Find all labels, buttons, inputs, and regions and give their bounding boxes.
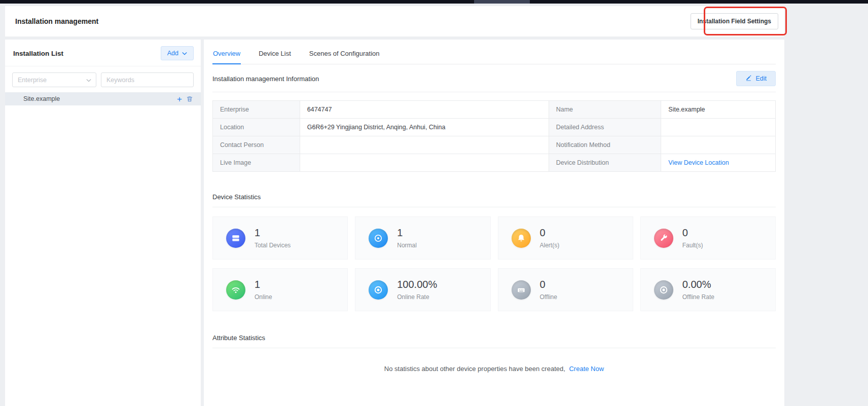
info-label: Device Distribution: [549, 154, 661, 172]
installation-field-settings-button[interactable]: Installation Field Settings: [691, 13, 778, 29]
total-devices-icon: [226, 229, 245, 248]
stat-card-online: 1 Online: [212, 268, 348, 311]
stat-label: Online Rate: [397, 293, 437, 301]
trash-icon[interactable]: [185, 95, 194, 102]
stat-card-offline: 0 Offline: [498, 268, 633, 311]
info-value: [661, 119, 776, 136]
info-value: [300, 136, 549, 154]
device-statistics-title: Device Statistics: [212, 193, 261, 201]
stat-value: 1: [255, 279, 272, 290]
tab-device-list[interactable]: Device List: [258, 47, 292, 64]
tab-overview[interactable]: Overview: [212, 47, 241, 64]
stat-value: 1: [255, 227, 291, 239]
stat-label: Offline Rate: [682, 293, 714, 301]
info-value: G6R6+29 Yingjiang District, Anqing, Anhu…: [300, 119, 549, 136]
online-rate-icon: [369, 280, 388, 300]
main-panel: Overview Device List Scenes of Configura…: [204, 40, 784, 406]
stat-value: 0: [540, 227, 560, 239]
device-statistics-header: Device Statistics: [212, 193, 776, 207]
info-section-title: Installation management Information: [212, 75, 319, 83]
table-row: Live Image Device Distribution View Devi…: [213, 154, 776, 172]
page-header: Installation management Installation Fie…: [5, 6, 784, 36]
faults-icon: [654, 229, 673, 248]
info-label: Location: [213, 119, 300, 136]
stat-card-normal: 1 Normal: [355, 216, 490, 260]
info-value: [661, 136, 776, 154]
enterprise-select[interactable]: Enterprise: [12, 72, 96, 87]
list-item-site[interactable]: Site.example +: [5, 92, 201, 105]
app-window: Installation management Installation Fie…: [5, 6, 784, 406]
browser-tab-fragment: [474, 0, 530, 4]
plus-icon[interactable]: +: [174, 95, 185, 103]
stat-card-total-devices: 1 Total Devices: [212, 216, 348, 260]
stat-value: 100.00%: [397, 279, 437, 290]
stat-value: 0.00%: [682, 279, 714, 290]
stat-label: Online: [255, 293, 272, 301]
chevron-down-icon: [182, 50, 187, 57]
attribute-statistics-section: Attribute Statistics No statistics about…: [212, 334, 776, 373]
info-section-header: Installation management Information Edit: [212, 71, 776, 92]
stat-label: Offline: [540, 293, 557, 301]
info-label: Live Image: [213, 154, 300, 172]
sidebar-header: Installation List Add: [5, 40, 201, 66]
info-value: View Device Location: [661, 154, 776, 172]
installation-list-panel: Installation List Add Enterprise: [5, 40, 201, 406]
normal-icon: [369, 229, 388, 248]
info-label: Notification Method: [549, 136, 661, 154]
attribute-empty-state: No statistics about other device propert…: [212, 365, 776, 373]
enterprise-select-placeholder: Enterprise: [18, 77, 47, 84]
info-label: Contact Person: [213, 136, 300, 154]
offline-rate-icon: [654, 280, 673, 300]
stat-label: Normal: [397, 242, 417, 249]
table-row: Contact Person Notification Method: [213, 136, 776, 154]
tab-scenes-of-configuration[interactable]: Scenes of Configuration: [309, 47, 380, 64]
sidebar-filters: Enterprise: [5, 66, 201, 92]
stat-label: Total Devices: [255, 242, 291, 249]
keywords-input[interactable]: [101, 72, 194, 87]
create-now-link[interactable]: Create Now: [569, 365, 604, 373]
online-icon: [226, 280, 245, 300]
sidebar-title: Installation List: [13, 50, 63, 57]
device-statistics-section: Device Statistics 1 Total Devices: [212, 193, 776, 311]
edit-button[interactable]: Edit: [736, 71, 776, 86]
table-row: Enterprise 6474747 Name Site.example: [213, 101, 776, 119]
tab-bar: Overview Device List Scenes of Configura…: [212, 40, 776, 64]
chevron-down-icon: [86, 77, 91, 84]
info-label: Enterprise: [213, 101, 300, 119]
stat-value: 0: [540, 279, 557, 290]
browser-strip: [0, 0, 868, 4]
stat-cards: 1 Total Devices 1 N: [212, 216, 776, 311]
info-label: Name: [549, 101, 661, 119]
attribute-statistics-title: Attribute Statistics: [212, 334, 265, 342]
stat-label: Alert(s): [540, 242, 560, 249]
add-button[interactable]: Add: [161, 46, 194, 60]
add-button-label: Add: [167, 50, 178, 57]
table-row: Location G6R6+29 Yingjiang District, Anq…: [213, 119, 776, 136]
offline-icon: [512, 280, 531, 300]
view-device-location-link[interactable]: View Device Location: [668, 159, 729, 166]
pencil-icon: [745, 75, 752, 83]
edit-button-label: Edit: [755, 75, 767, 82]
info-value: 6474747: [300, 101, 549, 119]
empty-state-text: No statistics about other device propert…: [384, 365, 565, 373]
alerts-icon: [512, 229, 531, 248]
page-title: Installation management: [15, 17, 98, 25]
info-value: Site.example: [661, 101, 776, 119]
stat-card-faults: 0 Fault(s): [640, 216, 776, 260]
site-name-label: Site.example: [23, 95, 174, 102]
stat-value: 0: [682, 227, 703, 239]
info-table: Enterprise 6474747 Name Site.example Loc…: [212, 100, 776, 172]
stat-card-offline-rate: 0.00% Offline Rate: [640, 268, 776, 311]
stat-card-alerts: 0 Alert(s): [498, 216, 633, 260]
stat-value: 1: [397, 227, 417, 239]
stat-card-online-rate: 100.00% Online Rate: [355, 268, 490, 311]
info-label: Detailed Address: [549, 119, 661, 136]
stat-label: Fault(s): [682, 242, 703, 249]
info-value: [300, 154, 549, 172]
attribute-statistics-header: Attribute Statistics: [212, 334, 776, 348]
